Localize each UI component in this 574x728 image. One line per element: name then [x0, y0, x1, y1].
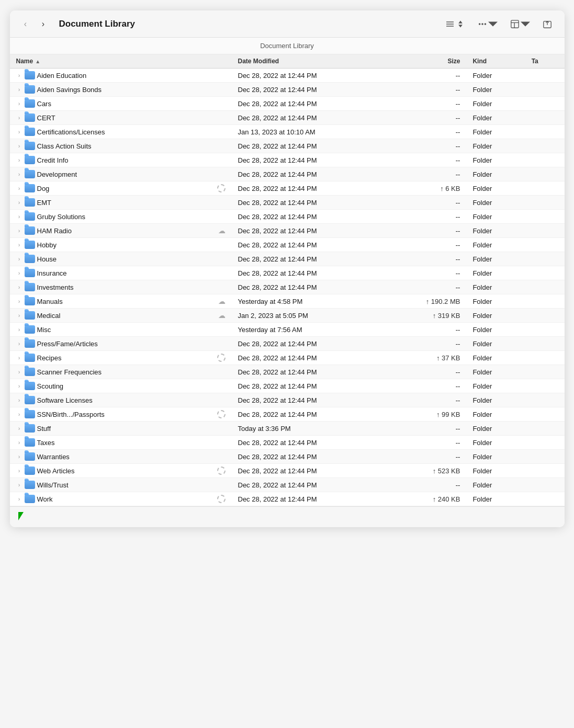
table-row[interactable]: ›Class Action SuitsDec 28, 2022 at 12:44…	[10, 139, 565, 153]
cell-date: Dec 28, 2022 at 12:44 PM	[232, 393, 382, 407]
expand-arrow-icon[interactable]: ›	[16, 100, 22, 107]
col-header-name[interactable]: Name ▲	[10, 54, 232, 69]
filename-label: Stuff	[37, 425, 226, 433]
cell-tag	[525, 464, 565, 478]
expand-arrow-icon[interactable]: ›	[16, 355, 22, 361]
svg-point-4	[481, 23, 483, 25]
table-row[interactable]: ›InvestmentsDec 28, 2022 at 12:44 PM--Fo…	[10, 280, 565, 294]
expand-arrow-icon[interactable]: ›	[16, 284, 22, 290]
table-row[interactable]: ›Scanner FrequenciesDec 28, 2022 at 12:4…	[10, 365, 565, 379]
table-row[interactable]: ›TaxesDec 28, 2022 at 12:44 PM--Folder	[10, 436, 565, 450]
expand-arrow-icon[interactable]: ›	[16, 213, 22, 220]
col-header-date[interactable]: Date Modified	[232, 54, 382, 69]
expand-arrow-icon[interactable]: ›	[16, 115, 22, 121]
expand-arrow-icon[interactable]: ›	[16, 411, 22, 417]
list-view-button[interactable]	[441, 17, 469, 31]
cell-date: Dec 28, 2022 at 12:44 PM	[232, 111, 382, 125]
table-row[interactable]: ›Aiden EducationDec 28, 2022 at 12:44 PM…	[10, 69, 565, 83]
cell-date: Dec 28, 2022 at 12:44 PM	[232, 351, 382, 365]
expand-arrow-icon[interactable]: ›	[16, 185, 22, 191]
cell-name: ›Aiden Education	[10, 69, 232, 83]
back-button[interactable]: ‹	[18, 17, 33, 31]
table-row[interactable]: ›Certifications/LicensesJan 13, 2023 at …	[10, 125, 565, 139]
table-row[interactable]: ›Gruby SolutionsDec 28, 2022 at 12:44 PM…	[10, 210, 565, 224]
expand-arrow-icon[interactable]: ›	[16, 199, 22, 206]
table-row[interactable]: ›SSN/Birth.../PassportsDec 28, 2022 at 1…	[10, 407, 565, 422]
col-header-tag[interactable]: Ta	[525, 54, 565, 69]
filename-label: Recipes	[37, 354, 213, 362]
expand-arrow-icon[interactable]: ›	[16, 242, 22, 248]
window-title: Document Library	[59, 19, 441, 29]
expand-arrow-icon[interactable]: ›	[16, 340, 22, 347]
cell-size: --	[381, 238, 466, 252]
expand-arrow-icon[interactable]: ›	[16, 369, 22, 375]
filename-label: Insurance	[37, 269, 226, 277]
cell-tag	[525, 478, 565, 492]
table-row[interactable]: ›Medical☁Jan 2, 2023 at 5:05 PM↑ 319 KBF…	[10, 309, 565, 323]
cell-tag	[525, 83, 565, 97]
expand-arrow-icon[interactable]: ›	[16, 326, 22, 333]
cell-size: --	[381, 224, 466, 238]
forward-button[interactable]: ›	[36, 17, 51, 31]
cell-date: Dec 28, 2022 at 12:44 PM	[232, 450, 382, 464]
filename-label: Aiden Savings Bonds	[37, 86, 226, 94]
cell-size: --	[381, 196, 466, 210]
cell-name: ›Wills/Trust	[10, 478, 232, 492]
col-header-kind[interactable]: Kind	[466, 54, 525, 69]
table-row[interactable]: ›WarrantiesDec 28, 2022 at 12:44 PM--Fol…	[10, 450, 565, 464]
table-row[interactable]: ›DevelopmentDec 28, 2022 at 12:44 PM--Fo…	[10, 167, 565, 181]
table-row[interactable]: ›HouseDec 28, 2022 at 12:44 PM--Folder	[10, 252, 565, 266]
expand-arrow-icon[interactable]: ›	[16, 383, 22, 389]
template-button[interactable]	[506, 17, 534, 31]
table-row[interactable]: ›Aiden Savings BondsDec 28, 2022 at 12:4…	[10, 83, 565, 97]
expand-arrow-icon[interactable]: ›	[16, 453, 22, 460]
expand-arrow-icon[interactable]: ›	[16, 143, 22, 149]
expand-arrow-icon[interactable]: ›	[16, 129, 22, 135]
expand-arrow-icon[interactable]: ›	[16, 425, 22, 431]
filename-label: SSN/Birth.../Passports	[37, 411, 213, 418]
table-row[interactable]: ›EMTDec 28, 2022 at 12:44 PM--Folder	[10, 196, 565, 210]
cell-name: ›Class Action Suits	[10, 139, 232, 153]
cell-size: --	[381, 125, 466, 139]
expand-arrow-icon[interactable]: ›	[16, 468, 22, 474]
col-header-size[interactable]: Size	[381, 54, 466, 69]
expand-arrow-icon[interactable]: ›	[16, 72, 22, 78]
table-row[interactable]: ›RecipesDec 28, 2022 at 12:44 PM↑ 37 KBF…	[10, 351, 565, 365]
table-row[interactable]: ›HobbyDec 28, 2022 at 12:44 PM--Folder	[10, 238, 565, 252]
expand-arrow-icon[interactable]: ›	[16, 397, 22, 403]
table-row[interactable]: ›Manuals☁Yesterday at 4:58 PM↑ 190.2 MBF…	[10, 294, 565, 309]
table-row[interactable]: ›CERTDec 28, 2022 at 12:44 PM--Folder	[10, 111, 565, 125]
expand-arrow-icon[interactable]: ›	[16, 439, 22, 446]
expand-arrow-icon[interactable]: ›	[16, 496, 22, 502]
folder-icon	[25, 339, 35, 348]
share-button[interactable]	[538, 17, 556, 31]
table-row[interactable]: ›MiscYesterday at 7:56 AM--Folder	[10, 323, 565, 337]
expand-arrow-icon[interactable]: ›	[16, 256, 22, 262]
action-button[interactable]	[474, 17, 502, 31]
table-row[interactable]: ›InsuranceDec 28, 2022 at 12:44 PM--Fold…	[10, 266, 565, 280]
table-row[interactable]: ›Credit InfoDec 28, 2022 at 12:44 PM--Fo…	[10, 153, 565, 167]
cell-size: --	[381, 337, 466, 351]
table-row[interactable]: ›Software LicensesDec 28, 2022 at 12:44 …	[10, 393, 565, 407]
cell-kind: Folder	[466, 196, 525, 210]
table-row[interactable]: ›Press/Fame/ArticlesDec 28, 2022 at 12:4…	[10, 337, 565, 351]
expand-arrow-icon[interactable]: ›	[16, 171, 22, 177]
expand-arrow-icon[interactable]: ›	[16, 270, 22, 276]
table-row[interactable]: ›Wills/TrustDec 28, 2022 at 12:44 PM--Fo…	[10, 478, 565, 492]
expand-arrow-icon[interactable]: ›	[16, 298, 22, 304]
table-row[interactable]: ›DogDec 28, 2022 at 12:44 PM↑ 6 KBFolder	[10, 181, 565, 196]
table-row[interactable]: ›Web ArticlesDec 28, 2022 at 12:44 PM↑ 5…	[10, 464, 565, 478]
cell-date: Jan 13, 2023 at 10:10 AM	[232, 125, 382, 139]
expand-arrow-icon[interactable]: ›	[16, 157, 22, 163]
expand-arrow-icon[interactable]: ›	[16, 228, 22, 234]
table-row[interactable]: ›CarsDec 28, 2022 at 12:44 PM--Folder	[10, 97, 565, 111]
cell-date: Today at 3:36 PM	[232, 422, 382, 436]
table-row[interactable]: ›StuffToday at 3:36 PM--Folder	[10, 422, 565, 436]
expand-arrow-icon[interactable]: ›	[16, 86, 22, 93]
table-row[interactable]: ›ScoutingDec 28, 2022 at 12:44 PM--Folde…	[10, 379, 565, 393]
table-row[interactable]: ›WorkDec 28, 2022 at 12:44 PM↑ 240 KBFol…	[10, 492, 565, 506]
folder-icon	[25, 113, 35, 122]
expand-arrow-icon[interactable]: ›	[16, 482, 22, 488]
table-row[interactable]: ›HAM Radio☁Dec 28, 2022 at 12:44 PM--Fol…	[10, 224, 565, 238]
expand-arrow-icon[interactable]: ›	[16, 312, 22, 318]
